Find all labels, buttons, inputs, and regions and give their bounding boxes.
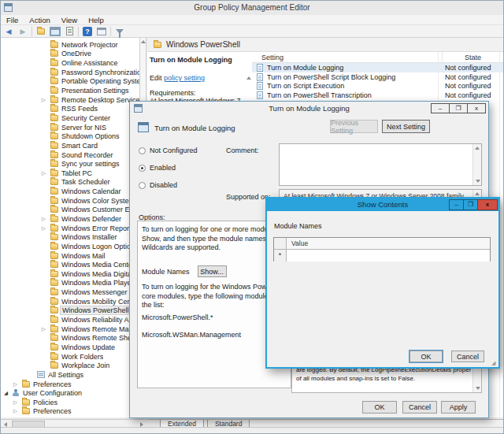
tree-item[interactable]: Workplace Join [1,361,139,370]
scroll-up-icon[interactable] [475,192,480,195]
tree-item[interactable]: ▷ Remote Desktop Services [1,95,139,105]
resize-grip[interactable]: ◢ [491,360,498,366]
ok-button[interactable]: OK [362,401,397,414]
radio-icon[interactable] [139,165,146,172]
up-one-level-icon[interactable] [35,26,46,36]
tree-item-expander-icon[interactable]: ▷ [12,381,19,388]
tree-item[interactable]: Work Folders [1,352,139,362]
filter-icon[interactable] [114,26,125,36]
settings-row[interactable]: Turn on Script Execution Not configured [252,81,503,91]
menu-item[interactable]: View [56,15,83,24]
show-button[interactable]: Show... [198,265,227,277]
tree-item-expander-icon[interactable]: ▷ [40,216,47,222]
maximize-icon[interactable]: ❐ [463,199,478,210]
tree-item[interactable]: ◢ User Configuration [1,388,139,398]
forward-icon[interactable]: ▶ [17,26,28,36]
tree-item[interactable]: Server for NIS [1,123,139,132]
tree-item[interactable]: Password Synchronization [1,68,139,77]
tree-item[interactable]: Windows Mobility Center [1,297,139,306]
minimize-icon[interactable]: – [431,103,450,113]
previous-setting-button[interactable]: Previous Setting [330,120,378,133]
tree-item[interactable]: Shutdown Options [1,132,139,141]
tree-item[interactable]: Windows Remote Shell [1,334,139,343]
tree-item[interactable]: ▷ Preferences [1,407,139,417]
tree-item[interactable]: Presentation Settings [1,86,139,95]
tree-item[interactable]: Windows Reliability Analy [1,315,139,325]
grid-data-row[interactable]: * [274,250,490,262]
scroll-down-icon[interactable] [476,387,480,390]
back-icon[interactable]: ◀ [3,26,14,36]
maximize-icon[interactable]: ❐ [449,103,468,113]
next-setting-button[interactable]: Next Setting [382,120,430,133]
tree-item[interactable]: Windows Media Center [1,260,139,269]
value-column-header[interactable]: Value [287,238,490,249]
scroll-down-icon[interactable] [476,180,480,183]
comment-input[interactable] [279,143,482,186]
scroll-up-icon[interactable] [141,40,146,43]
tree-item[interactable]: ▷ Windows Error Reporting [1,224,139,233]
tree-item[interactable]: All Settings [1,370,139,380]
cancel-button[interactable]: Cancel [451,351,484,362]
tree-item[interactable]: Windows Messenger [1,287,139,297]
tree-item[interactable]: Windows Update [1,343,139,352]
setting-column-header[interactable]: Setting [252,54,442,61]
radio-option[interactable]: Not Configured [139,146,198,155]
radio-icon[interactable] [139,147,146,154]
menu-item[interactable]: File [1,15,24,24]
ok-button[interactable]: OK [410,351,443,362]
settings-row[interactable]: Turn on PowerShell Transcription Not con… [252,91,503,100]
tree-item-expander-icon[interactable]: ▷ [40,326,47,332]
settings-row[interactable]: Turn on PowerShell Script Block Logging … [252,72,503,82]
tree-item-expander-icon[interactable]: ▷ [40,97,47,103]
tree-item[interactable]: Windows Media Digital Ri [1,269,139,279]
tree-item[interactable]: Sync your settings [1,159,139,169]
help-icon[interactable]: ? [82,26,93,36]
tree-item[interactable]: RSS Feeds [1,104,139,113]
tree-item[interactable]: ▷ Policies [1,398,139,407]
tree-item[interactable]: Security Center [1,113,139,123]
tree-item[interactable]: Windows Customer Experi [1,206,139,215]
tree-item[interactable]: Windows Color System [1,196,139,206]
comment-scrollbar[interactable] [472,144,481,185]
tree-item-expander-icon[interactable]: ◢ [2,390,9,396]
close-icon[interactable]: x [477,199,498,210]
tree-item[interactable]: Portable Operating System [1,77,139,87]
apply-button[interactable]: Apply [441,401,476,414]
properties-window-icon[interactable] [96,26,107,36]
tree-item-expander-icon[interactable]: ▷ [12,399,19,406]
radio-option[interactable]: Enabled [139,163,198,172]
radio-icon[interactable] [139,182,146,189]
tree-item[interactable]: Windows Installer [1,232,139,242]
tree-item[interactable]: Windows Logon Options [1,242,139,251]
tree-item[interactable]: Network Projector [1,40,139,50]
tree-item-expander-icon[interactable]: ▷ [12,408,19,414]
tree-item[interactable]: OneDrive [1,50,139,59]
tree-item[interactable]: Windows Calendar [1,187,139,196]
cancel-button[interactable]: Cancel [402,401,437,414]
tree-item[interactable]: Online Assistance [1,58,139,68]
tree-item[interactable]: ▷ Preferences [1,380,139,389]
tree-item[interactable]: Task Scheduler [1,178,139,187]
state-column-header[interactable]: State [442,52,503,63]
close-icon[interactable]: x [467,103,486,113]
settings-row[interactable]: Turn on Module Logging Not configured [252,63,503,72]
export-list-icon[interactable] [64,26,75,36]
tree-item[interactable]: Sound Recorder [1,150,139,160]
tree-item[interactable]: ▷ Windows Defender [1,214,139,224]
tree-item-expander-icon[interactable]: ▷ [40,170,47,176]
minimize-icon[interactable]: – [449,199,464,210]
tree-item-expander-icon[interactable]: ▷ [40,225,47,232]
policy-setting-link[interactable]: policy setting [164,74,205,82]
tree-item[interactable]: Windows PowerShell [1,306,139,316]
scroll-up-icon[interactable] [475,147,480,150]
value-cell-input[interactable] [287,250,490,262]
description-scroll-up-icon[interactable] [245,72,252,80]
tree-item[interactable]: Smart Card [1,141,139,150]
radio-option[interactable]: Disabled [139,180,198,190]
menu-item[interactable]: Help [83,15,109,24]
tree-item[interactable]: Windows Mail [1,251,139,261]
tree-item[interactable]: ▷ Windows Remote Manage [1,325,139,334]
menu-item[interactable]: Action [24,15,55,24]
tree-item[interactable]: ▷ Tablet PC [1,169,139,178]
show-console-tree-icon[interactable] [50,26,61,36]
